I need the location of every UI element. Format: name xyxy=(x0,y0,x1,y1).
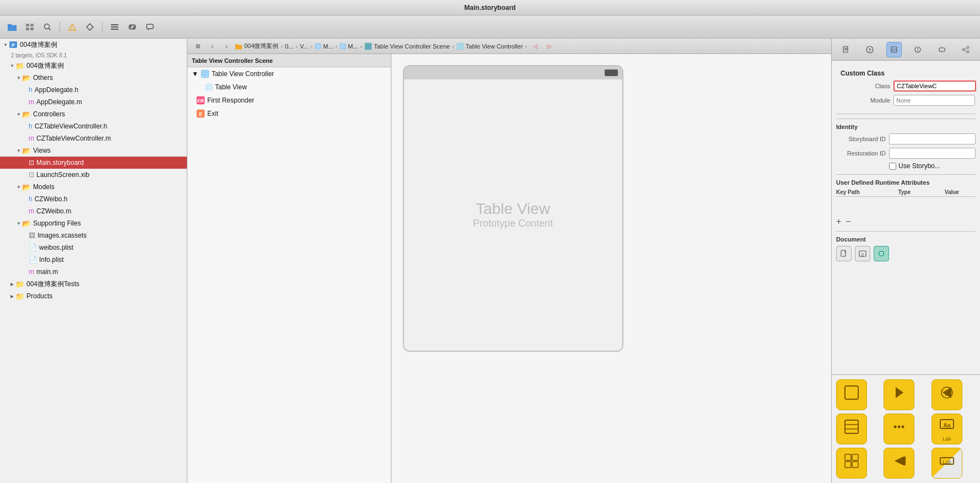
nav-stop-btn[interactable]: ▷ xyxy=(543,40,556,52)
use-storyboard-label: Use Storybo... xyxy=(898,162,940,170)
widget-grid-view[interactable] xyxy=(836,448,867,479)
folder-btn[interactable] xyxy=(4,19,20,35)
project-name-label: 004微博案例 xyxy=(20,40,57,50)
sidebar-item-cztablevc-m[interactable]: m CZTableViewController.m xyxy=(0,132,187,144)
breadcrumb-5[interactable]: M... xyxy=(340,43,358,50)
project-triangle: ▼ xyxy=(2,41,9,48)
svg-point-40 xyxy=(917,50,918,51)
widget-dots-icon xyxy=(891,419,907,438)
remove-attribute-btn[interactable]: − xyxy=(846,217,850,227)
rp-tab-attributes[interactable] xyxy=(910,42,925,57)
sidebar-item-main-storyboard[interactable]: ⊡ Main.storyboard xyxy=(0,157,187,169)
restoration-id-label: Restoration ID xyxy=(836,150,886,157)
widget-vc[interactable] xyxy=(836,379,867,410)
rp-tab-identity[interactable]: ID xyxy=(886,42,902,57)
comment-btn[interactable] xyxy=(142,19,158,35)
scene-item-exit[interactable]: E Exit xyxy=(187,107,391,120)
sidebar-item-appdelegate-m[interactable]: m AppDelegate.m xyxy=(0,96,187,108)
widget-play2[interactable] xyxy=(884,448,914,479)
sidebar-item-info-plist[interactable]: 📄 Info.plist xyxy=(0,254,187,266)
breadcrumb-3[interactable]: V... xyxy=(300,43,309,50)
use-storyboard-checkbox[interactable] xyxy=(889,163,896,170)
widget-table[interactable] xyxy=(836,414,867,444)
sidebar-group-main[interactable]: ▼ 📁 004微博案例 xyxy=(0,60,187,72)
svg-rect-19 xyxy=(457,43,464,50)
rp-tab-size[interactable] xyxy=(934,42,950,57)
vc-icon-bc xyxy=(456,42,464,50)
nav-warn-btn[interactable]: ◁ xyxy=(529,40,541,52)
sidebar-item-main-m[interactable]: m main.m xyxy=(0,266,187,278)
sidebar-group-models[interactable]: ▼ 📂 Models xyxy=(0,181,187,193)
svg-rect-72 xyxy=(852,461,858,468)
scene-item-first-responder[interactable]: FR First Responder xyxy=(187,94,391,107)
breadcrumb-1[interactable]: 004微博案例 xyxy=(235,42,278,50)
sidebar-item-weibos-plist[interactable]: 📄 weibos.plist xyxy=(0,242,187,254)
sidebar-item-appdelegate-h[interactable]: h AppDelegate.h xyxy=(0,84,187,96)
sidebar-group-views[interactable]: ▼ 📂 Views xyxy=(0,144,187,157)
widget-dots[interactable] xyxy=(884,414,914,444)
sidebar-group-controllers[interactable]: ▼ 📂 Controllers xyxy=(0,108,187,120)
widget-vc-icon xyxy=(844,385,859,404)
warning-btn[interactable]: ! xyxy=(64,19,80,35)
breadcrumb-2[interactable]: 0... xyxy=(285,43,293,50)
breadcrumb-4[interactable]: M... xyxy=(315,43,333,50)
svg-rect-70 xyxy=(852,454,858,460)
search-btn[interactable] xyxy=(40,19,55,35)
restoration-id-input[interactable] xyxy=(889,148,976,159)
add-attribute-btn[interactable]: + xyxy=(836,217,841,227)
rp-tab-file[interactable] xyxy=(838,42,854,57)
rp-tab-connections[interactable] xyxy=(958,42,973,57)
breadcrumb-6[interactable]: Table View Controller Scene xyxy=(364,42,450,50)
sidebar-group-products[interactable]: ▶ 📁 Products xyxy=(0,290,187,302)
module-input[interactable] xyxy=(893,95,975,106)
rp-tab-quick-help[interactable]: ? xyxy=(862,42,877,57)
svg-rect-23 xyxy=(206,84,212,90)
widget-nav-icon xyxy=(891,385,907,404)
sidebar-item-czweibo-h[interactable]: h CZWeibo.h xyxy=(0,193,187,205)
widget-lab[interactable]: Aa Lab xyxy=(931,414,962,444)
iphone-content: Table View Prototype Content xyxy=(404,79,622,351)
main-m-label: main.m xyxy=(36,268,58,276)
canvas-content[interactable]: › Table View Prototype Content xyxy=(391,54,831,483)
doc-tab-code[interactable]: {} xyxy=(855,246,870,261)
widget-nav[interactable] xyxy=(884,379,914,410)
source-icon: m xyxy=(29,98,34,106)
widget-panel: ▶ Aa Lab xyxy=(832,374,980,483)
class-input[interactable] xyxy=(893,80,976,92)
exit-label: Exit xyxy=(207,110,218,117)
svg-rect-12 xyxy=(147,24,153,29)
sidebar-group-tests[interactable]: ▶ 📁 004微博案例Tests xyxy=(0,278,187,290)
nav-forward-btn[interactable]: › xyxy=(220,40,233,52)
sidebar-group-others[interactable]: ▼ 📂 Others xyxy=(0,72,187,84)
svg-rect-1 xyxy=(30,24,34,26)
use-storyboard-row: Use Storybo... xyxy=(836,162,976,170)
right-panel: ? ID Custom Class Class xyxy=(831,39,980,483)
scene-item-table-view[interactable]: Table View xyxy=(187,80,391,94)
custom-class-section: Custom Class Class Module xyxy=(836,65,976,114)
nav-back-btn[interactable]: ‹ xyxy=(206,40,218,52)
appdelegate-m-label: AppDelegate.m xyxy=(36,98,82,106)
svg-rect-20 xyxy=(201,70,209,78)
scene-tree-header: Table View Controller Scene xyxy=(187,54,391,67)
sidebar-item-launchscreen[interactable]: ⊡ LaunchScreen.xib xyxy=(0,169,187,181)
storyboard-id-input[interactable] xyxy=(889,133,976,144)
storyboard-grid-btn[interactable]: ⊞ xyxy=(192,40,204,52)
widget-partial[interactable]: Lab xyxy=(931,448,962,479)
doc-tab-file[interactable] xyxy=(836,246,852,261)
scene-item-tvc[interactable]: ▼ Table View Controller xyxy=(187,67,391,80)
sidebar-item-czweibo-m[interactable]: m CZWeibo.m xyxy=(0,205,187,217)
link-btn[interactable] xyxy=(125,19,140,35)
list-btn[interactable] xyxy=(107,19,122,35)
sidebar-group-supporting[interactable]: ▼ 📂 Supporting Files xyxy=(0,217,187,229)
scene-tree-title: Table View Controller Scene xyxy=(192,57,273,64)
doc-tab-active[interactable] xyxy=(874,246,889,261)
sidebar-item-cztablevc-h[interactable]: h CZTableViewController.h xyxy=(0,120,187,132)
widget-play[interactable]: ▶ xyxy=(931,379,962,410)
class-field-label: Class xyxy=(841,83,890,89)
diamond-btn[interactable] xyxy=(82,19,98,35)
sidebar-project-root[interactable]: ▼ P 004微博案例 xyxy=(0,39,187,51)
breadcrumb-7[interactable]: Table View Controller xyxy=(456,42,523,50)
group-btn[interactable] xyxy=(22,19,37,35)
sidebar-item-images-xcassets[interactable]: 🖼 Images.xcassets xyxy=(0,229,187,242)
breadcrumb-sep-1: › xyxy=(281,43,283,50)
